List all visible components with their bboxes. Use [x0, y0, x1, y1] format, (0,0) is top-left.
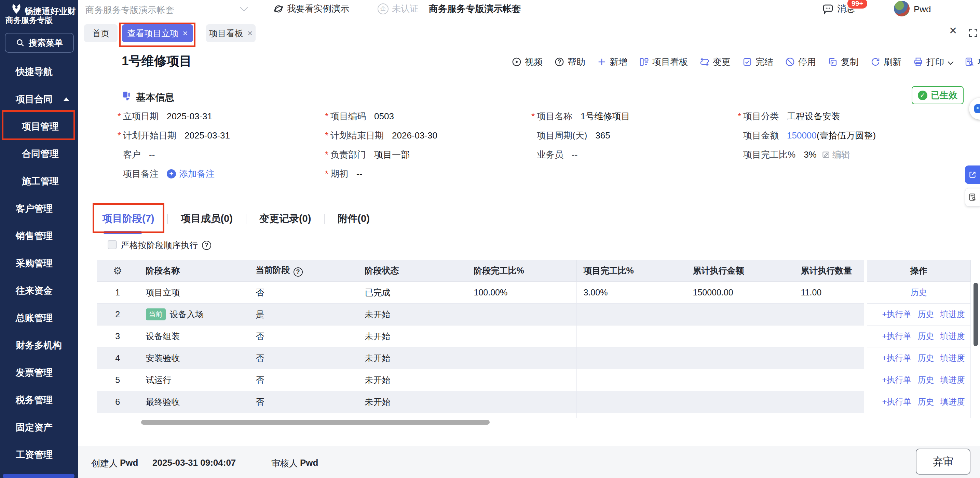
fill-progress-link[interactable]: 填进度 — [940, 309, 965, 320]
sidebar-item-project-contract[interactable]: 项目合同 — [0, 86, 78, 113]
tab-project-members[interactable]: 项目成员(0) — [181, 212, 232, 226]
field-department: *负责部门项目一部 — [325, 149, 531, 161]
add-exec-order-link[interactable]: +执行单 — [882, 331, 911, 342]
help-button[interactable]: 帮助 — [554, 56, 585, 68]
tab-change-records[interactable]: 变更记录(0) — [259, 212, 311, 226]
stage-name: 设备入场 — [170, 309, 204, 319]
feedback-icon[interactable] — [965, 188, 980, 207]
close-icon[interactable]: × — [949, 24, 957, 37]
print-button[interactable]: 打印 — [913, 56, 953, 68]
sidebar-item-quick-nav[interactable]: 快捷导航 — [0, 58, 78, 86]
demo-link[interactable]: 我要看实例演示 — [274, 3, 349, 15]
reject-audit-button[interactable]: 弃审 — [916, 449, 970, 475]
add-exec-order-link[interactable]: +执行单 — [882, 396, 911, 407]
help-circle-icon[interactable]: ? — [294, 268, 303, 277]
help-circle-icon[interactable]: ? — [202, 241, 211, 250]
history-link[interactable]: 历史 — [918, 352, 934, 363]
table-row[interactable]: 5 试运行 否 未开始 +执行单历史填进度 — [97, 369, 970, 391]
sidebar-item-multi-org-finance[interactable]: 财务多机构 — [0, 331, 78, 359]
copy-button[interactable]: 复制 — [827, 56, 859, 68]
expand-panel-icon[interactable] — [965, 166, 980, 184]
fill-progress-link[interactable]: 填进度 — [940, 352, 965, 363]
field-value: 2025-03-31 — [185, 130, 230, 141]
stage-pct-cell — [467, 325, 576, 347]
sidebar-item-payroll-mgmt[interactable]: 工资管理 — [0, 441, 78, 468]
edit-label: 编辑 — [832, 149, 850, 161]
tab-close-icon[interactable]: × — [247, 28, 253, 39]
tab-close-icon[interactable]: × — [183, 28, 188, 39]
add-exec-order-link[interactable]: +执行单 — [882, 374, 911, 386]
sidebar-item-contract-mgmt[interactable]: 合同管理 — [0, 140, 78, 167]
col-stage-pct: 阶段完工比% — [467, 260, 576, 281]
finish-icon — [742, 57, 752, 67]
section-icon — [121, 90, 132, 103]
disable-button[interactable]: 停用 — [785, 56, 816, 68]
history-link[interactable]: 历史 — [918, 331, 934, 342]
add-note-button[interactable]: + 添加备注 — [167, 168, 215, 180]
history-link[interactable]: 历史 — [918, 396, 934, 407]
sidebar-item-sales-mgmt[interactable]: 销售管理 — [0, 222, 78, 250]
refresh-button[interactable]: 刷新 — [870, 56, 901, 68]
tab-view-project[interactable]: 查看项目立项 × — [122, 24, 193, 42]
history-link[interactable]: 历史 — [918, 309, 934, 320]
edit-completion-button[interactable]: 编辑 — [821, 149, 850, 161]
sidebar-partial-item[interactable] — [3, 474, 75, 478]
project-board-button[interactable]: 项目看板 — [639, 56, 688, 68]
vertical-scrollbar[interactable] — [974, 283, 978, 346]
sidebar-item-general-ledger[interactable]: 总账管理 — [0, 304, 78, 331]
strict-order-checkbox[interactable] — [108, 240, 117, 249]
plus-circle-icon: + — [167, 169, 176, 178]
sidebar-item-construction-mgmt[interactable]: 施工管理 — [0, 167, 78, 195]
history-link[interactable]: 历史 — [911, 287, 927, 298]
search-menu[interactable]: 搜索菜单 — [5, 33, 74, 53]
sidebar-item-customer-mgmt[interactable]: 客户管理 — [0, 195, 78, 222]
tab-project-stages[interactable]: 项目阶段(7) — [102, 212, 154, 226]
add-exec-order-link[interactable]: +执行单 — [882, 352, 911, 363]
required-mark: * — [738, 111, 743, 122]
fullscreen-icon[interactable] — [968, 27, 978, 40]
table-row[interactable]: 3 设备组装 否 未开始 +执行单历史填进度 — [97, 325, 970, 347]
table-row[interactable]: 2 当前设备入场 是 未开始 +执行单历史填进度 — [97, 303, 970, 325]
sidebar-item-tax-mgmt[interactable]: 税务管理 — [0, 386, 78, 414]
print-dropdown-icon[interactable] — [948, 59, 954, 65]
table-row[interactable]: 1 项目立项 否 已完成 100.00% 3.00% 150000.00 11.… — [97, 281, 970, 303]
tab-attachments[interactable]: 附件(0) — [337, 212, 369, 226]
user-avatar[interactable] — [894, 1, 910, 16]
sidebar-item-invoice-mgmt[interactable]: 发票管理 — [0, 359, 78, 386]
tab-project-board[interactable]: 项目看板 × — [206, 24, 256, 42]
cert-status[interactable]: 企 未认证 — [377, 3, 418, 15]
amount-link[interactable]: 150000 — [787, 130, 817, 141]
column-settings-button[interactable]: ⚙ — [97, 260, 139, 281]
horizontal-scrollbar[interactable] — [141, 420, 490, 425]
change-button[interactable]: 变更 — [700, 56, 730, 68]
sidebar-item-fixed-assets[interactable]: 固定资产 — [0, 414, 78, 441]
tab-home[interactable]: 首页 — [84, 24, 118, 42]
chevron-down-icon[interactable] — [240, 4, 248, 12]
add-button[interactable]: 新增 — [597, 56, 627, 68]
sidebar-item-project-mgmt[interactable]: 项目管理 — [0, 113, 78, 140]
fill-progress-link[interactable]: 填进度 — [940, 374, 965, 386]
actions-cell: +执行单历史填进度 — [867, 303, 970, 325]
fill-progress-link[interactable]: 填进度 — [940, 396, 965, 407]
history-link[interactable]: 历史 — [918, 374, 934, 386]
fixed-column-gap — [864, 325, 867, 347]
finish-button[interactable]: 完结 — [742, 56, 773, 68]
sidebar-item-funds[interactable]: 往来资金 — [0, 277, 78, 304]
col-stage-name: 阶段名称 — [139, 260, 249, 281]
add-exec-order-link[interactable]: +执行单 — [882, 309, 911, 320]
field-completion-pct: 项目完工比%3% 编辑 — [738, 149, 956, 161]
table-row[interactable]: 6 最终验收 否 未开始 +执行单历史填进度 — [97, 391, 970, 413]
user-name[interactable]: Pwd — [914, 4, 931, 15]
exec-qty-cell — [794, 347, 864, 369]
sidebar-item-label: 项目合同 — [16, 93, 52, 105]
current-stage-cell: 否 — [249, 281, 358, 303]
sidebar-item-purchase-mgmt[interactable]: 采购管理 — [0, 250, 78, 277]
assistant-robot-icon[interactable] — [969, 98, 980, 120]
gear-icon[interactable]: ⚙ — [113, 265, 123, 276]
account-selector[interactable]: 商务服务专版演示帐套 — [86, 4, 174, 16]
video-button[interactable]: 视频 — [512, 56, 542, 68]
fill-progress-link[interactable]: 填进度 — [940, 331, 965, 342]
table-row[interactable]: 4 安装验收 否 未开始 +执行单历史填进度 — [97, 347, 970, 369]
strict-order-text: 严格按阶段顺序执行 — [121, 240, 198, 251]
project-history-button[interactable]: 项目历史 — [964, 56, 980, 68]
